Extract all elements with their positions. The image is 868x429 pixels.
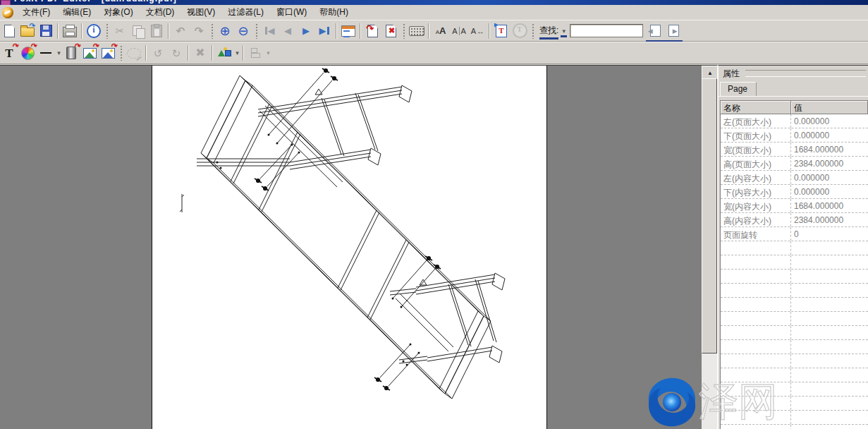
menu-edit[interactable]: 编辑(E) [56,5,97,20]
save-button[interactable] [37,23,55,40]
find-dropdown-arrow[interactable]: ▾ [561,28,567,35]
find-previous-button[interactable] [646,23,664,40]
scroll-up-icon: ▲ [707,70,713,76]
property-name[interactable]: 左(页面大小) [721,114,791,128]
toolbar-grip[interactable] [211,23,214,39]
redo-button[interactable]: ↷ [190,23,208,40]
keyboard-input-button[interactable] [408,23,426,40]
find-next-button[interactable] [664,23,683,40]
property-row[interactable]: 左(页面大小)0.000000 [721,114,868,128]
zoom-in-button[interactable]: ⊕ [216,23,234,40]
property-row[interactable]: 页面旋转0 [721,227,868,241]
property-name[interactable]: 下(内容大小) [721,185,791,198]
column-header-name[interactable]: 名称 [721,101,791,114]
property-value[interactable]: 1684.000000 [791,143,868,156]
properties-panel-header[interactable]: 属性 [719,66,868,81]
shapes-dropdown[interactable]: ▾ [234,49,240,56]
char-spacing-button[interactable] [450,23,468,40]
align-button[interactable] [246,44,264,61]
previous-page-button[interactable]: ◀ [279,23,297,40]
menu-document[interactable]: 文档(D) [140,5,181,20]
last-page-button[interactable]: ▶ [315,23,334,40]
property-name[interactable]: 页面旋转 [721,227,791,241]
property-row[interactable]: 高(页面大小)2384.000000 [721,157,868,171]
toolbar-grip[interactable] [106,23,109,39]
column-header-value[interactable]: 值 [791,101,868,114]
open-button[interactable] [18,23,37,40]
property-row[interactable]: 宽(内容大小)1684.000000 [721,199,868,213]
property-value[interactable]: 2384.000000 [791,213,868,226]
menu-file[interactable]: 文件(F) [16,5,56,20]
edit-text-button[interactable]: T↷ [0,44,18,61]
property-row[interactable]: 左(内容大小)0.000000 [721,171,868,185]
property-value[interactable]: 0.000000 [791,171,868,184]
menu-view[interactable]: 视图(V) [181,5,221,20]
insert-page-button[interactable]: ↷ [363,23,381,40]
toolbar-separator [212,45,213,61]
menu-window[interactable]: 窗口(W) [270,5,313,20]
property-value[interactable]: 1684.000000 [791,199,868,212]
toolbar-grip[interactable] [255,23,258,39]
new-button[interactable] [0,23,18,40]
menu-object[interactable]: 对象(O) [97,5,139,20]
align-dropdown[interactable]: ▾ [265,49,271,56]
line-style-button[interactable] [37,44,55,61]
toolbar-separator [336,23,337,39]
print-button[interactable] [61,23,79,40]
select-object-button[interactable] [125,44,143,61]
property-value[interactable]: 0.000000 [791,114,868,128]
scrollbar-thumb[interactable] [702,78,717,354]
insert-image-button[interactable]: ↷ [99,44,117,61]
document-page[interactable] [152,66,547,429]
char-width-button[interactable] [468,23,487,40]
property-value[interactable]: 2384.000000 [791,157,868,170]
property-row[interactable]: 下(页面大小)0.000000 [721,128,868,143]
add-text-button[interactable] [492,23,511,40]
zoom-out-button[interactable]: ⊖ [234,23,252,40]
scroll-up-button[interactable]: ▲ [702,66,719,80]
delete-object-button[interactable]: ✖ [191,44,209,61]
first-page-button[interactable]: ◀ [260,23,279,40]
document-info-button[interactable] [85,23,103,40]
property-name[interactable]: 高(页面大小) [721,157,791,170]
property-value[interactable]: 0.000000 [791,185,868,198]
canvas-area[interactable] [0,65,702,429]
line-style-dropdown[interactable]: ▾ [56,49,62,56]
red-arrow-icon: ↷ [366,23,374,34]
shading-button[interactable]: ↷ [62,44,80,61]
toolbar-grip[interactable] [403,23,405,39]
property-name[interactable]: 左(内容大小) [721,171,791,184]
rotate-left-button[interactable]: ↺ [149,44,167,61]
property-name[interactable]: 宽(内容大小) [721,199,791,212]
property-name[interactable]: 宽(页面大小) [721,143,791,156]
page-layout-button[interactable] [339,23,357,40]
find-input[interactable] [570,24,643,37]
toolbar-grip[interactable] [532,23,534,39]
vertical-scrollbar[interactable]: ▲ [702,65,717,429]
tab-page[interactable]: Page [720,82,757,96]
property-name [721,368,791,382]
color-button[interactable]: ↷ [18,44,37,61]
property-value[interactable]: 0 [791,227,868,241]
toolbar-grip[interactable] [120,45,123,61]
property-value[interactable]: 0.000000 [791,128,868,142]
delete-page-button[interactable]: ✖ [381,23,400,40]
next-page-button[interactable]: ▶ [297,23,315,40]
edit-image-button[interactable]: ↷ [80,44,99,61]
cut-button[interactable]: ✂ [111,23,129,40]
property-row[interactable]: 宽(页面大小)1684.000000 [721,143,868,157]
paste-button[interactable] [147,23,166,40]
property-name[interactable]: 下(页面大小) [721,128,791,142]
menu-help[interactable]: 帮助(H) [313,5,355,20]
undo-button[interactable]: ↶ [171,23,190,40]
property-name[interactable]: 高(内容大小) [721,213,791,226]
text-mode-button[interactable] [511,23,529,40]
rotate-right-button[interactable]: ↻ [167,44,185,61]
shapes-button[interactable] [215,44,233,61]
copy-button[interactable] [129,23,147,40]
property-row[interactable]: 高(内容大小)2384.000000 [721,213,868,227]
font-scale-button[interactable] [432,23,450,40]
window-titlebar[interactable]: Foxit PDF Editor - [danrudang.pdf] [0,0,868,5]
property-row[interactable]: 下(内容大小)0.000000 [721,185,868,199]
menu-filter[interactable]: 过滤器(L) [221,5,270,20]
